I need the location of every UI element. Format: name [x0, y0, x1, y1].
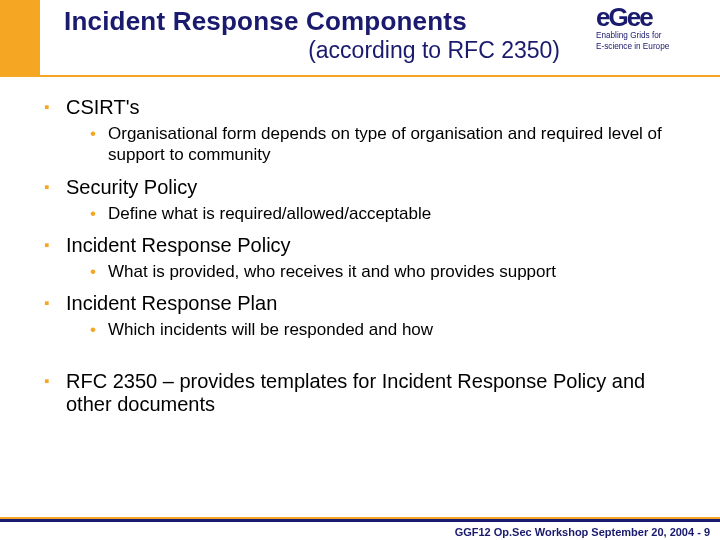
bullet-level1: CSIRT's	[44, 96, 684, 119]
bullet-level1: Security Policy	[44, 176, 684, 199]
bullet-level2: Organisational form depends on type of o…	[44, 123, 684, 166]
slide-header: Incident Response Components (according …	[40, 0, 590, 75]
slide-title: Incident Response Components	[64, 6, 580, 37]
bullet-level2: Define what is required/allowed/acceptab…	[44, 203, 684, 224]
bullet-level2: Which incidents will be responded and ho…	[44, 319, 684, 340]
slide-body: CSIRT's Organisational form depends on t…	[44, 90, 684, 418]
bullet-level2: What is provided, who receives it and wh…	[44, 261, 684, 282]
bullet-level1: Incident Response Policy	[44, 234, 684, 257]
footer-text: GGF12 Op.Sec Workshop September 20, 2004…	[455, 526, 710, 538]
slide-subtitle: (according to RFC 2350)	[64, 37, 580, 64]
logo-tagline-2: E-science in Europe	[596, 42, 714, 51]
logo-text: eGee	[596, 6, 714, 29]
bullet-level1: Incident Response Plan	[44, 292, 684, 315]
footer-divider	[0, 519, 720, 522]
logo: eGee Enabling Grids for E-science in Eur…	[596, 6, 714, 51]
logo-tagline-1: Enabling Grids for	[596, 31, 714, 40]
bullet-level1: RFC 2350 – provides templates for Incide…	[44, 370, 684, 416]
accent-sidebar	[0, 0, 40, 75]
header-divider	[0, 75, 720, 77]
